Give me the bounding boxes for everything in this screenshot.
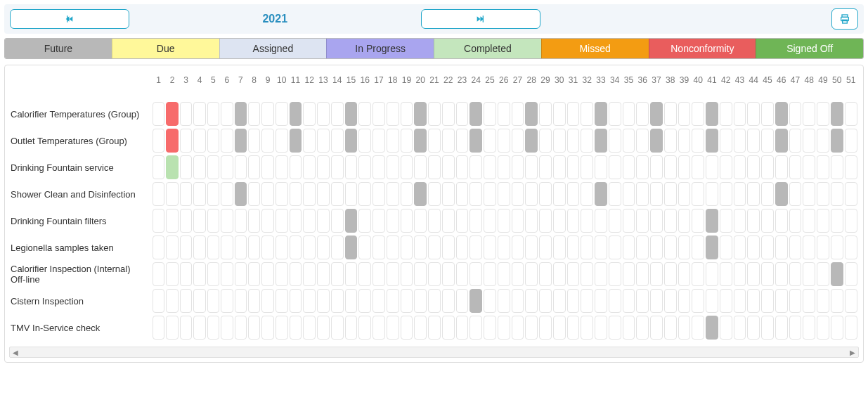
schedule-cell[interactable] — [345, 102, 358, 126]
schedule-cell[interactable] — [636, 262, 649, 286]
schedule-cell[interactable] — [248, 182, 260, 206]
schedule-cell[interactable] — [401, 289, 413, 313]
schedule-cell[interactable] — [595, 209, 607, 233]
schedule-cell[interactable] — [817, 289, 829, 313]
schedule-cell[interactable] — [303, 129, 316, 153]
schedule-cell[interactable] — [720, 182, 732, 206]
schedule-cell[interactable] — [761, 102, 774, 126]
schedule-cell[interactable] — [775, 316, 788, 340]
schedule-cell[interactable] — [442, 155, 455, 179]
schedule-cell[interactable] — [803, 209, 815, 233]
schedule-cell[interactable] — [706, 102, 718, 126]
schedule-cell[interactable] — [180, 155, 192, 179]
schedule-cell[interactable] — [442, 129, 455, 153]
schedule-cell[interactable] — [650, 129, 663, 153]
schedule-cell[interactable] — [221, 209, 233, 233]
schedule-cell[interactable] — [567, 262, 580, 286]
schedule-cell[interactable] — [442, 209, 455, 233]
schedule-cell[interactable] — [553, 236, 566, 259]
schedule-cell[interactable] — [678, 209, 691, 233]
schedule-cell[interactable] — [345, 129, 358, 153]
schedule-cell[interactable] — [498, 155, 510, 179]
schedule-cell[interactable] — [276, 236, 288, 259]
schedule-cell[interactable] — [567, 129, 580, 153]
schedule-cell[interactable] — [567, 102, 580, 126]
schedule-cell[interactable] — [525, 129, 538, 153]
schedule-cell[interactable] — [775, 155, 788, 179]
schedule-cell[interactable] — [706, 262, 718, 286]
schedule-cell[interactable] — [498, 236, 510, 259]
schedule-cell[interactable] — [303, 102, 316, 126]
schedule-cell[interactable] — [276, 129, 288, 153]
schedule-cell[interactable] — [623, 289, 635, 313]
schedule-cell[interactable] — [387, 155, 399, 179]
schedule-cell[interactable] — [261, 129, 273, 153]
schedule-cell[interactable] — [595, 316, 607, 340]
schedule-cell[interactable] — [331, 289, 344, 313]
schedule-cell[interactable] — [720, 289, 732, 313]
schedule-cell[interactable] — [831, 102, 843, 126]
schedule-cell[interactable] — [401, 129, 413, 153]
schedule-cell[interactable] — [401, 182, 413, 206]
schedule-cell[interactable] — [401, 316, 413, 340]
schedule-cell[interactable] — [442, 262, 455, 286]
schedule-cell[interactable] — [845, 316, 857, 340]
schedule-cell[interactable] — [290, 129, 302, 153]
schedule-cell[interactable] — [692, 129, 704, 153]
schedule-cell[interactable] — [207, 102, 219, 126]
schedule-cell[interactable] — [456, 209, 469, 233]
schedule-cell[interactable] — [442, 236, 455, 259]
schedule-cell[interactable] — [623, 155, 635, 179]
schedule-cell[interactable] — [567, 209, 580, 233]
schedule-cell[interactable] — [248, 289, 260, 313]
schedule-cell[interactable] — [512, 155, 524, 179]
schedule-cell[interactable] — [845, 155, 857, 179]
schedule-cell[interactable] — [166, 262, 178, 286]
schedule-cell[interactable] — [775, 262, 788, 286]
schedule-cell[interactable] — [484, 102, 496, 126]
schedule-cell[interactable] — [609, 262, 621, 286]
legend-item-signed-off[interactable]: Signed Off — [756, 39, 863, 58]
schedule-cell[interactable] — [261, 316, 273, 340]
schedule-cell[interactable] — [414, 155, 427, 179]
schedule-cell[interactable] — [789, 289, 802, 313]
schedule-cell[interactable] — [221, 129, 233, 153]
schedule-cell[interactable] — [193, 316, 205, 340]
schedule-cell[interactable] — [180, 316, 192, 340]
schedule-scroll[interactable]: 1234567891011121314151617181920212223242… — [9, 72, 859, 342]
schedule-cell[interactable] — [303, 155, 316, 179]
schedule-cell[interactable] — [747, 155, 760, 179]
schedule-cell[interactable] — [358, 129, 371, 153]
schedule-cell[interactable] — [581, 289, 593, 313]
schedule-cell[interactable] — [180, 182, 192, 206]
schedule-cell[interactable] — [207, 155, 219, 179]
schedule-cell[interactable] — [567, 236, 580, 259]
schedule-cell[interactable] — [303, 209, 316, 233]
schedule-cell[interactable] — [387, 289, 399, 313]
schedule-cell[interactable] — [664, 316, 677, 340]
schedule-cell[interactable] — [692, 236, 704, 259]
schedule-cell[interactable] — [317, 289, 330, 313]
schedule-cell[interactable] — [373, 262, 385, 286]
schedule-cell[interactable] — [180, 236, 192, 259]
schedule-cell[interactable] — [539, 236, 552, 259]
schedule-cell[interactable] — [761, 129, 774, 153]
schedule-cell[interactable] — [650, 209, 663, 233]
schedule-cell[interactable] — [803, 182, 815, 206]
schedule-cell[interactable] — [235, 102, 247, 126]
schedule-cell[interactable] — [636, 155, 649, 179]
schedule-cell[interactable] — [581, 209, 593, 233]
schedule-cell[interactable] — [539, 155, 552, 179]
schedule-cell[interactable] — [734, 182, 746, 206]
schedule-cell[interactable] — [831, 182, 843, 206]
schedule-cell[interactable] — [442, 102, 455, 126]
schedule-cell[interactable] — [678, 155, 691, 179]
schedule-cell[interactable] — [193, 209, 205, 233]
schedule-cell[interactable] — [512, 102, 524, 126]
schedule-cell[interactable] — [636, 236, 649, 259]
schedule-cell[interactable] — [153, 289, 164, 313]
schedule-cell[interactable] — [692, 182, 704, 206]
schedule-cell[interactable] — [512, 129, 524, 153]
schedule-cell[interactable] — [512, 289, 524, 313]
schedule-cell[interactable] — [317, 236, 330, 259]
